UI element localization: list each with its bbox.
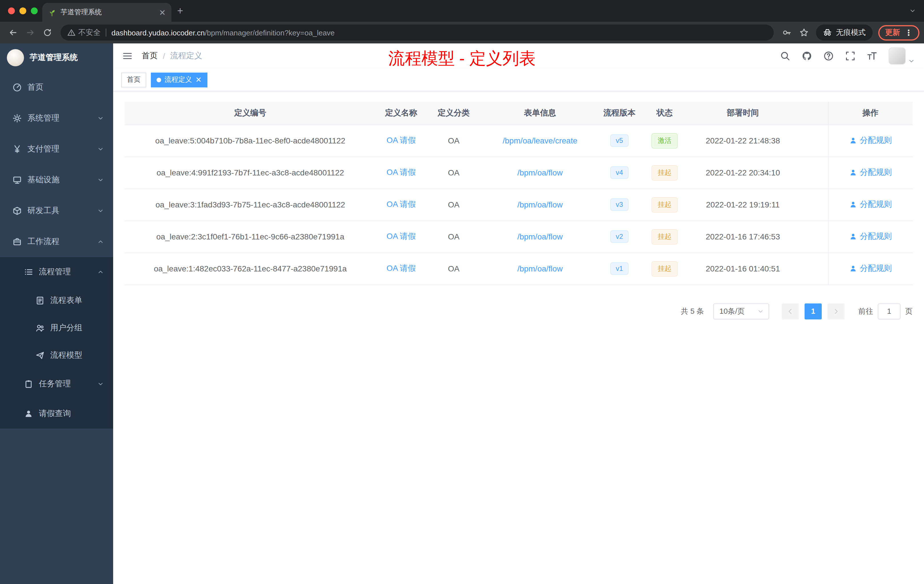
tab-close-icon[interactable]: ✕: [159, 8, 166, 16]
assign-rule-link[interactable]: 分配规则: [849, 167, 892, 177]
yen-icon: [13, 145, 22, 154]
close-window-button[interactable]: [8, 7, 15, 14]
table-row: oa_leave:5:004b710b-7b8a-11ec-8ef0-acde4…: [125, 125, 912, 157]
password-key-icon[interactable]: [782, 28, 792, 37]
tag-label: 流程定义: [165, 75, 192, 84]
update-button[interactable]: 更新 ⋮: [878, 25, 919, 40]
cell-category: OA: [426, 125, 481, 157]
cell-definition-id: oa_leave:1:482ec033-762a-11ec-8477-a2380…: [125, 252, 376, 285]
table-row: oa_leave:4:991f2193-7b7f-11ec-a3c8-acde4…: [125, 157, 912, 188]
cell-definition-id: oa_leave:2:3c1f0ef1-76b1-11ec-9c66-a2380…: [125, 221, 376, 252]
cell-spacer: [797, 188, 828, 221]
page-number-button[interactable]: 1: [805, 303, 822, 319]
definition-name-link[interactable]: OA 请假: [386, 264, 416, 272]
sidebar-item-payment[interactable]: 支付管理: [0, 134, 113, 165]
maximize-window-button[interactable]: [31, 7, 38, 14]
form-link[interactable]: /bpm/oa/flow: [517, 264, 563, 273]
cell-spacer: [797, 157, 828, 188]
sidebar-item-label: 流程表单: [50, 295, 82, 306]
column-header: 流程版本: [599, 102, 640, 125]
sidebar-item-user-group[interactable]: 用户分组: [0, 314, 113, 342]
form-link[interactable]: /bpm/oa/flow: [517, 232, 563, 241]
pagination-total: 共 5 条: [681, 306, 704, 316]
fullscreen-icon[interactable]: [845, 51, 855, 61]
sidebar-item-process-management[interactable]: 流程管理: [0, 257, 113, 287]
sidebar-item-process-model[interactable]: 流程模型: [0, 342, 113, 369]
sidebar-item-label: 请假查询: [39, 409, 71, 419]
assign-rule-link[interactable]: 分配规则: [849, 135, 892, 145]
monitor-icon: [13, 175, 22, 185]
form-link[interactable]: /bpm/oa/flow: [517, 200, 563, 209]
address-bar[interactable]: 不安全 dashboard.yudao.iocoder.cn /bpm/mana…: [61, 25, 774, 41]
minimize-window-button[interactable]: [20, 7, 26, 14]
hamburger-icon[interactable]: [113, 51, 142, 61]
page-size-select[interactable]: 10条/页: [713, 303, 769, 319]
next-page-button[interactable]: [827, 303, 845, 319]
reload-button[interactable]: [39, 24, 56, 41]
pagination: 共 5 条 10条/页 1 前往 页: [125, 303, 912, 319]
user-icon: [849, 232, 857, 240]
github-icon[interactable]: [802, 51, 812, 61]
sidebar-item-process-form[interactable]: 流程表单: [0, 287, 113, 314]
help-icon[interactable]: [823, 51, 834, 61]
sidebar-item-home[interactable]: 首页: [0, 72, 113, 103]
assign-rule-link[interactable]: 分配规则: [849, 263, 892, 274]
tag-close-icon[interactable]: ✕: [195, 76, 202, 83]
prev-page-button[interactable]: [782, 303, 799, 319]
sidebar-item-workflow[interactable]: 工作流程: [0, 226, 113, 257]
tab-search-chevron-icon[interactable]: [909, 7, 916, 14]
browser-tab[interactable]: 芋道管理系统 ✕: [42, 3, 172, 22]
definition-name-link[interactable]: OA 请假: [386, 135, 416, 145]
chevron-down-icon: [97, 115, 104, 122]
cell-spacer: [797, 252, 828, 285]
tag-process-definition[interactable]: 流程定义 ✕: [151, 72, 208, 87]
cell-category: OA: [426, 252, 481, 285]
sidebar-item-task-management[interactable]: 任务管理: [0, 369, 113, 399]
sidebar-item-infrastructure[interactable]: 基础设施: [0, 165, 113, 195]
forward-button[interactable]: [22, 24, 39, 41]
cell-deploy-time: 2022-01-22 19:19:11: [689, 188, 797, 221]
definition-name-link[interactable]: OA 请假: [386, 167, 416, 177]
browser-menu-icon[interactable]: ⋮: [904, 28, 912, 37]
definition-name-link[interactable]: OA 请假: [386, 200, 416, 209]
breadcrumb-home[interactable]: 首页: [142, 51, 158, 61]
tag-label: 首页: [127, 75, 140, 84]
goto-page-input[interactable]: [878, 303, 901, 319]
version-badge: v4: [610, 166, 629, 179]
definition-name-link[interactable]: OA 请假: [386, 231, 416, 241]
back-button[interactable]: [5, 24, 22, 41]
form-icon: [35, 296, 45, 305]
avatar[interactable]: [889, 48, 906, 64]
font-size-icon[interactable]: [867, 51, 877, 61]
logo-avatar: [7, 49, 24, 66]
search-icon[interactable]: [780, 51, 790, 61]
assign-rule-link[interactable]: 分配规则: [849, 199, 892, 210]
form-link[interactable]: /bpm/oa/leave/create: [503, 136, 578, 145]
new-tab-button[interactable]: +: [172, 5, 189, 22]
user-menu[interactable]: [889, 48, 915, 64]
column-header: 操作: [828, 102, 912, 125]
column-header: 定义编号: [125, 102, 376, 125]
list-icon: [24, 267, 33, 277]
goto-label: 前往: [858, 306, 873, 316]
chevron-left-icon: [787, 308, 794, 315]
version-badge: v3: [610, 198, 629, 211]
sidebar-item-system[interactable]: 系统管理: [0, 103, 113, 134]
sidebar-item-leave-query[interactable]: 请假查询: [0, 399, 113, 429]
security-warning[interactable]: 不安全: [68, 27, 101, 38]
incognito-badge: 无痕模式: [816, 25, 873, 41]
navbar-actions: [780, 48, 924, 64]
cell-definition-id: oa_leave:3:1fad3d93-7b75-11ec-a3c8-acde4…: [125, 188, 376, 221]
sidebar-logo[interactable]: 芋道管理系统: [0, 43, 113, 72]
url-host: dashboard.yudao.iocoder.cn: [111, 28, 205, 37]
breadcrumb: 首页 / 流程定义: [142, 51, 202, 61]
column-header: 定义分类: [426, 102, 481, 125]
tag-home[interactable]: 首页: [121, 72, 146, 87]
bookmark-star-icon[interactable]: [799, 28, 808, 37]
assign-rule-link[interactable]: 分配规则: [849, 231, 892, 241]
user-icon: [849, 168, 857, 176]
browser-tab-strip: 芋道管理系统 ✕ +: [0, 0, 924, 22]
sidebar-item-devtools[interactable]: 研发工具: [0, 195, 113, 226]
sidebar-item-label: 支付管理: [27, 144, 59, 154]
form-link[interactable]: /bpm/oa/flow: [517, 168, 563, 177]
